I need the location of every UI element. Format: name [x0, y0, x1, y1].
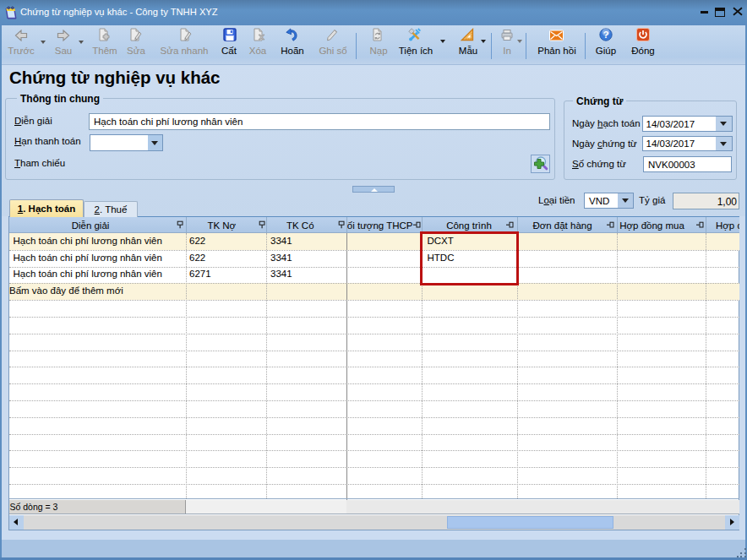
svg-text:?: ?	[603, 30, 609, 40]
